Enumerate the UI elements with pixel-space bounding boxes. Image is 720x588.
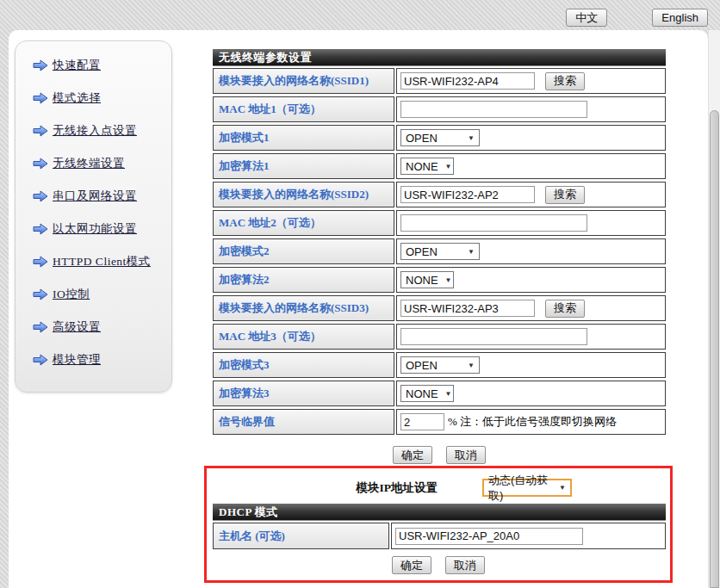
nav-list: 快速配置模式选择无线接入点设置无线终端设置串口及网络设置以太网功能设置HTTPD… bbox=[16, 41, 171, 369]
signal-threshold-input[interactable] bbox=[400, 413, 444, 430]
cancel-button[interactable]: 取消 bbox=[445, 556, 485, 574]
mac-address-input[interactable] bbox=[400, 101, 587, 118]
row-label: 加密模式3 bbox=[213, 352, 394, 378]
sidebar-item-link[interactable]: IO控制 bbox=[53, 287, 90, 302]
row-value-cell: 搜索 bbox=[396, 68, 666, 94]
sidebar-item-link[interactable]: 模式选择 bbox=[53, 90, 101, 106]
encryption-algorithm-select[interactable]: NONE▼ bbox=[400, 158, 454, 175]
sidebar-item-link[interactable]: 以太网功能设置 bbox=[53, 221, 137, 237]
row-value-cell: NONE▼ bbox=[396, 381, 666, 406]
chevron-down-icon: ▼ bbox=[445, 390, 452, 398]
language-bar: 中文 English bbox=[566, 9, 708, 28]
ok-button[interactable]: 确定 bbox=[392, 556, 431, 574]
nav-arrow-icon bbox=[33, 190, 48, 202]
sidebar-item: IO控制 bbox=[33, 285, 171, 304]
sidebar-item-link[interactable]: 模块管理 bbox=[53, 352, 101, 368]
sidebar-item-link[interactable]: 快速配置 bbox=[53, 58, 101, 73]
row-label: 加密算法2 bbox=[213, 267, 394, 293]
search-button[interactable]: 搜索 bbox=[545, 186, 585, 204]
dhcp-table: DHCP 模式 主机名 (可选) bbox=[213, 504, 666, 549]
mac-address-input[interactable] bbox=[400, 214, 587, 232]
table-row: 加密算法3NONE▼ bbox=[213, 381, 666, 406]
cancel-button[interactable]: 取消 bbox=[446, 446, 486, 464]
nav-arrow-icon bbox=[33, 321, 48, 333]
select-selected-value: NONE bbox=[406, 160, 438, 173]
wireless-sta-settings-section: 无线终端参数设置 模块要接入的网络名称(SSID1)搜索MAC 地址1（可选）加… bbox=[213, 49, 666, 464]
row-value-cell: OPEN▼ bbox=[396, 125, 666, 151]
row-label: 加密算法3 bbox=[213, 381, 394, 406]
signal-threshold-note: % 注：低于此信号强度即切换网络 bbox=[448, 414, 617, 430]
dhcp-title: DHCP 模式 bbox=[213, 504, 666, 521]
encryption-algorithm-select[interactable]: NONE▼ bbox=[400, 271, 454, 288]
hostname-input[interactable] bbox=[395, 528, 583, 545]
sidebar-item-link[interactable]: 无线接入点设置 bbox=[53, 123, 137, 139]
ip-mode-selected-value: 动态(自动获取) bbox=[488, 473, 552, 504]
table-row: 主机名 (可选) bbox=[213, 523, 666, 549]
row-label: 模块要接入的网络名称(SSID1) bbox=[213, 68, 394, 94]
chevron-down-icon: ▼ bbox=[559, 484, 566, 492]
sidebar-item: 以太网功能设置 bbox=[33, 220, 171, 238]
table-row: MAC 地址3（可选） bbox=[213, 324, 666, 350]
row-value-cell: 搜索 bbox=[396, 182, 666, 207]
nav-arrow-icon bbox=[33, 354, 48, 366]
english-language-button[interactable]: English bbox=[652, 9, 708, 27]
table-row: 模块要接入的网络名称(SSID1)搜索 bbox=[213, 68, 666, 94]
ssid-input[interactable] bbox=[400, 186, 535, 203]
row-value-cell: NONE▼ bbox=[396, 267, 666, 293]
sidebar-item-link[interactable]: 高级设置 bbox=[53, 319, 101, 335]
nav-arrow-icon bbox=[33, 92, 48, 104]
mac-address-input[interactable] bbox=[400, 328, 587, 345]
hostname-label: 主机名 (可选) bbox=[213, 523, 389, 549]
nav-arrow-icon bbox=[33, 288, 48, 300]
row-label: MAC 地址2（可选） bbox=[213, 210, 394, 236]
select-selected-value: NONE bbox=[406, 274, 438, 287]
encryption-mode-select[interactable]: OPEN▼ bbox=[400, 356, 480, 374]
nav-arrow-icon bbox=[33, 125, 48, 137]
row-label: 加密模式2 bbox=[213, 238, 394, 264]
sidebar-item: 模式选择 bbox=[33, 89, 171, 108]
ip-mode-select[interactable]: 动态(自动获取) ▼ bbox=[482, 479, 572, 497]
ip-settings-label: 模块IP地址设置 bbox=[207, 480, 438, 496]
table-row: 加密算法2NONE▼ bbox=[213, 267, 666, 293]
search-button[interactable]: 搜索 bbox=[545, 300, 585, 318]
row-label: 模块要接入的网络名称(SSID3) bbox=[213, 295, 394, 321]
navigation-sidebar: 快速配置模式选择无线接入点设置无线终端设置串口及网络设置以太网功能设置HTTPD… bbox=[15, 40, 172, 393]
nav-arrow-icon bbox=[33, 59, 48, 71]
encryption-mode-select[interactable]: OPEN▼ bbox=[400, 243, 480, 260]
row-label: 信号临界值 bbox=[213, 409, 394, 435]
ssid-input[interactable] bbox=[400, 72, 535, 90]
row-value-cell bbox=[396, 210, 666, 236]
table-row: MAC 地址2（可选） bbox=[213, 210, 666, 236]
ip-settings-highlight-box: 模块IP地址设置 动态(自动获取) ▼ DHCP 模式 主机名 (可选) 确定 … bbox=[204, 466, 673, 583]
row-value-cell: OPEN▼ bbox=[396, 352, 666, 378]
sidebar-item-link[interactable]: 串口及网络设置 bbox=[53, 189, 137, 204]
vertical-scrollbar[interactable] bbox=[708, 30, 720, 588]
ip-mode-row: 模块IP地址设置 动态(自动获取) ▼ bbox=[207, 479, 670, 497]
select-selected-value: OPEN bbox=[406, 359, 438, 372]
sidebar-item-link[interactable]: 无线终端设置 bbox=[53, 156, 125, 171]
ssid-input[interactable] bbox=[400, 300, 535, 317]
table-row: 加密算法1NONE▼ bbox=[213, 153, 666, 179]
encryption-algorithm-select[interactable]: NONE▼ bbox=[400, 385, 454, 402]
chevron-down-icon: ▼ bbox=[468, 362, 475, 369]
ok-button[interactable]: 确定 bbox=[393, 446, 432, 464]
encryption-mode-select[interactable]: OPEN▼ bbox=[400, 129, 480, 146]
table-row: 加密模式1OPEN▼ bbox=[213, 125, 666, 151]
row-label: 加密模式1 bbox=[213, 125, 394, 151]
scrollbar-thumb[interactable] bbox=[710, 110, 719, 588]
sidebar-item: 无线接入点设置 bbox=[33, 121, 171, 140]
table-row: 信号临界值% 注：低于此信号强度即切换网络 bbox=[213, 409, 666, 435]
select-selected-value: OPEN bbox=[406, 132, 438, 145]
sidebar-item: 串口及网络设置 bbox=[33, 187, 171, 206]
main-button-row: 确定 取消 bbox=[213, 446, 666, 464]
sidebar-item-link[interactable]: HTTPD Client模式 bbox=[53, 254, 151, 269]
row-value-cell bbox=[396, 96, 666, 122]
sidebar-item: 无线终端设置 bbox=[33, 154, 171, 173]
row-label: MAC 地址3（可选） bbox=[213, 324, 394, 350]
search-button[interactable]: 搜索 bbox=[545, 72, 585, 90]
sidebar-item: 模块管理 bbox=[33, 350, 171, 369]
settings-rows: 模块要接入的网络名称(SSID1)搜索MAC 地址1（可选）加密模式1OPEN▼… bbox=[213, 68, 666, 435]
chinese-language-button[interactable]: 中文 bbox=[566, 9, 607, 27]
hostname-value-cell bbox=[391, 523, 666, 549]
nav-arrow-icon bbox=[33, 158, 48, 170]
